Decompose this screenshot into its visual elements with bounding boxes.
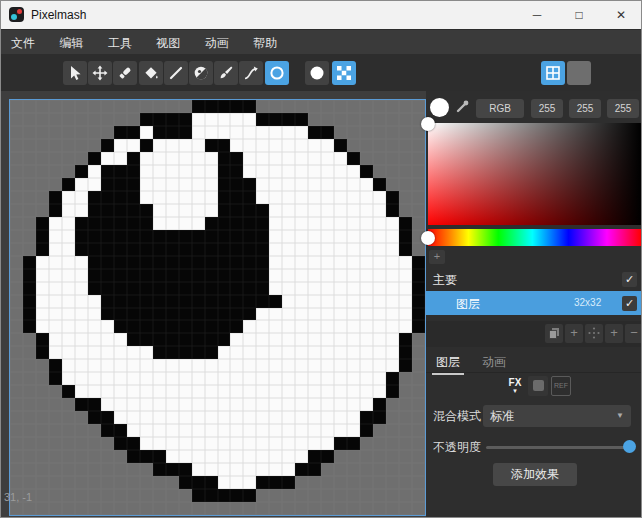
pixel-cell[interactable] [49,295,62,308]
pixel-cell[interactable] [321,385,334,398]
pixel-cell[interactable] [243,320,256,333]
pixel-cell[interactable] [23,320,36,333]
pixel-cell[interactable] [256,333,269,346]
pixel-cell[interactable] [36,217,49,230]
pixel-cell[interactable] [166,385,179,398]
pixel-cell[interactable] [140,424,153,437]
pixel-cell[interactable] [295,282,308,295]
pixel-cell[interactable] [36,333,49,346]
pixel-cell[interactable] [36,295,49,308]
pixel-cell[interactable] [218,476,231,489]
pixel-cell[interactable] [295,489,308,502]
pixel-cell[interactable] [256,295,269,308]
pixel-cell[interactable] [230,230,243,243]
pixel-cell[interactable] [127,308,140,321]
pixel-cell[interactable] [218,152,231,165]
pixel-cell[interactable] [192,502,205,515]
pixel-cell[interactable] [88,502,101,515]
pixel-cell[interactable] [36,372,49,385]
pixel-cell[interactable] [179,100,192,113]
pixel-cell[interactable] [321,411,334,424]
pixel-cell[interactable] [230,489,243,502]
pixel-cell[interactable] [243,450,256,463]
pixel-cell[interactable] [386,359,399,372]
pixel-cell[interactable] [399,178,412,191]
pixel-cell[interactable] [218,217,231,230]
pixel-cell[interactable] [282,191,295,204]
pixel-cell[interactable] [23,372,36,385]
pixel-cell[interactable] [230,372,243,385]
pixel-cell[interactable] [88,165,101,178]
pixel-cell[interactable] [218,256,231,269]
pixel-cell[interactable] [282,333,295,346]
pixel-cell[interactable] [399,113,412,126]
pixel-cell[interactable] [347,346,360,359]
pixel-cell[interactable] [166,178,179,191]
pixel-cell[interactable] [308,424,321,437]
pixel-cell[interactable] [360,191,373,204]
pixel-cell[interactable] [179,204,192,217]
pixel-cell[interactable] [282,308,295,321]
pixel-cell[interactable] [75,437,88,450]
pixel-cell[interactable] [230,178,243,191]
pixel-cell[interactable] [101,178,114,191]
pixel-cell[interactable] [23,256,36,269]
pixel-cell[interactable] [282,139,295,152]
pixel-cell[interactable] [412,282,425,295]
pixel-cell[interactable] [282,256,295,269]
pixel-cell[interactable] [205,126,218,139]
pixel-cell[interactable] [166,424,179,437]
pixel-cell[interactable] [114,450,127,463]
pixel-cell[interactable] [295,217,308,230]
pixel-cell[interactable] [386,126,399,139]
pixel-cell[interactable] [88,230,101,243]
pixel-cell[interactable] [36,398,49,411]
pixel-cell[interactable] [153,463,166,476]
pixel-cell[interactable] [62,385,75,398]
pixel-cell[interactable] [49,217,62,230]
sv-picker-cursor[interactable] [421,117,435,131]
tool-curve-button[interactable] [239,61,263,85]
pixel-cell[interactable] [153,295,166,308]
pixel-cell[interactable] [192,359,205,372]
pixel-cell[interactable] [10,502,23,515]
menu-animation[interactable]: 动画 [195,30,239,52]
pixel-cell[interactable] [179,424,192,437]
pixel-cell[interactable] [36,308,49,321]
pixel-cell[interactable] [75,502,88,515]
tool-select-button[interactable] [63,61,87,85]
pixel-cell[interactable] [269,463,282,476]
pixel-cell[interactable] [412,320,425,333]
pixel-cell[interactable] [269,320,282,333]
pixel-cell[interactable] [205,463,218,476]
pixel-cell[interactable] [62,450,75,463]
pixel-cell[interactable] [101,191,114,204]
pixel-cell[interactable] [101,437,114,450]
pixel-cell[interactable] [153,411,166,424]
pixel-cell[interactable] [192,100,205,113]
pixel-cell[interactable] [334,346,347,359]
pixel-cell[interactable] [49,282,62,295]
duplicate-layer-button[interactable] [545,324,563,343]
pixel-cell[interactable] [282,476,295,489]
pixel-cell[interactable] [140,139,153,152]
pixel-cell[interactable] [127,359,140,372]
pixel-cell[interactable] [243,126,256,139]
pixel-cell[interactable] [192,152,205,165]
pixel-cell[interactable] [347,100,360,113]
pixel-cell[interactable] [88,476,101,489]
pixel-cell[interactable] [114,217,127,230]
pixel-cell[interactable] [256,100,269,113]
pixel-cell[interactable] [23,411,36,424]
pixel-cell[interactable] [140,191,153,204]
pixel-cell[interactable] [295,269,308,282]
pixel-cell[interactable] [153,126,166,139]
pixel-cell[interactable] [88,372,101,385]
pixel-cell[interactable] [282,295,295,308]
pixel-cell[interactable] [399,424,412,437]
pixel-cell[interactable] [399,308,412,321]
pixel-cell[interactable] [49,320,62,333]
pixel-cell[interactable] [347,178,360,191]
pixel-cell[interactable] [114,333,127,346]
pixel-cell[interactable] [334,476,347,489]
